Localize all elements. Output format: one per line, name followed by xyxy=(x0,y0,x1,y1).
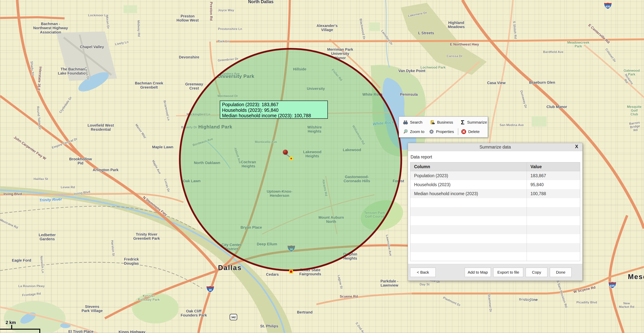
delete-button[interactable]: Delete xyxy=(461,128,488,136)
toolbar-item-label: Summarize xyxy=(467,120,487,125)
circle-vertex-handle[interactable] xyxy=(289,270,293,273)
value-cell xyxy=(526,225,580,234)
table-row[interactable] xyxy=(410,207,580,216)
gis-application-window: Lockmoor LnBachman - Northwest Highway A… xyxy=(0,0,644,333)
table-header-row: Column Value xyxy=(410,162,580,171)
toolbar-item-label: Search xyxy=(410,120,422,125)
binoculars-icon xyxy=(403,120,408,125)
delete-icon xyxy=(461,129,466,134)
column-cell xyxy=(410,243,526,252)
toolbar-divider xyxy=(458,128,458,135)
table-row[interactable] xyxy=(410,225,580,234)
close-icon[interactable]: X xyxy=(574,144,580,149)
table-row[interactable]: Population (2023)183,867 xyxy=(410,171,580,180)
value-cell xyxy=(526,207,580,216)
value-cell xyxy=(526,198,580,207)
pin-anchor-marker[interactable] xyxy=(290,157,293,160)
column-cell: Households (2023) xyxy=(410,180,526,189)
context-toolbar: SearchBusinessΣSummarize Zoom toProperti… xyxy=(399,117,488,137)
column-cell xyxy=(410,225,526,234)
export-to-file-button[interactable]: Export to file xyxy=(493,268,523,277)
value-cell: 100,788 xyxy=(526,189,580,198)
dialog-title: Summarize data xyxy=(480,145,511,150)
table-row[interactable] xyxy=(410,234,580,243)
dialog-footer: < Back Add to Map Export to file Copy Do… xyxy=(408,264,582,280)
copy-button[interactable]: Copy xyxy=(526,268,548,277)
value-cell xyxy=(526,234,580,243)
table-row[interactable]: Households (2023)95,840 xyxy=(410,180,580,189)
business-button[interactable]: Business xyxy=(430,118,460,126)
table-row[interactable] xyxy=(410,216,580,225)
dialog-body: Data report Column Value Population (202… xyxy=(408,151,582,264)
toolbar-item-label: Properties xyxy=(436,129,454,134)
toolbar-row-2: Zoom toPropertiesDelete xyxy=(403,127,488,136)
table-row[interactable] xyxy=(410,252,580,261)
toolbar-row-1: SearchBusinessΣSummarize xyxy=(403,118,488,127)
pushpin-icon[interactable] xyxy=(283,150,288,155)
toolbar-item-label: Delete xyxy=(468,129,480,134)
summarize-data-dialog: Summarize data X Data report Column Valu… xyxy=(408,143,582,281)
value-cell xyxy=(526,243,580,252)
gear-icon xyxy=(429,129,434,134)
done-button[interactable]: Done xyxy=(550,268,572,277)
value-cell xyxy=(526,252,580,261)
column-cell xyxy=(410,198,526,207)
value-cell: 183,867 xyxy=(526,171,580,180)
data-report-label: Data report xyxy=(410,155,580,160)
map-tooltip: Population (2023): 183,867 Households (2… xyxy=(220,101,328,119)
data-report-table: Column Value Population (2023)183,867Hou… xyxy=(410,162,580,261)
column-cell: Median household income (2023) xyxy=(410,189,526,198)
column-header: Column xyxy=(410,162,526,171)
value-header: Value xyxy=(526,162,580,171)
toolbar-item-label: Zoom to xyxy=(410,129,424,134)
column-cell xyxy=(410,252,526,261)
table-row[interactable] xyxy=(410,243,580,252)
summarize-button[interactable]: ΣSummarize xyxy=(460,118,488,126)
properties-button[interactable]: Properties xyxy=(429,128,458,136)
zoom-plus-icon xyxy=(403,129,408,134)
add-to-map-button[interactable]: Add to Map xyxy=(465,268,491,277)
table-rows: Population (2023)183,867Households (2023… xyxy=(410,171,580,261)
value-cell: 95,840 xyxy=(526,180,580,189)
table-row[interactable]: Median household income (2023)100,788 xyxy=(410,189,580,198)
column-cell xyxy=(410,234,526,243)
table-row[interactable] xyxy=(410,198,580,207)
column-cell xyxy=(410,207,526,216)
search-button[interactable]: Search xyxy=(403,118,430,126)
column-cell xyxy=(410,216,526,225)
toolbar-item-label: Business xyxy=(437,120,453,125)
zoom-to-button[interactable]: Zoom to xyxy=(403,128,429,136)
value-cell xyxy=(526,216,580,225)
sigma-icon: Σ xyxy=(460,120,466,125)
back-button[interactable]: < Back xyxy=(410,268,436,277)
dialog-title-bar[interactable]: Summarize data X xyxy=(408,143,582,151)
column-cell: Population (2023) xyxy=(410,171,526,180)
business-icon xyxy=(430,120,436,125)
